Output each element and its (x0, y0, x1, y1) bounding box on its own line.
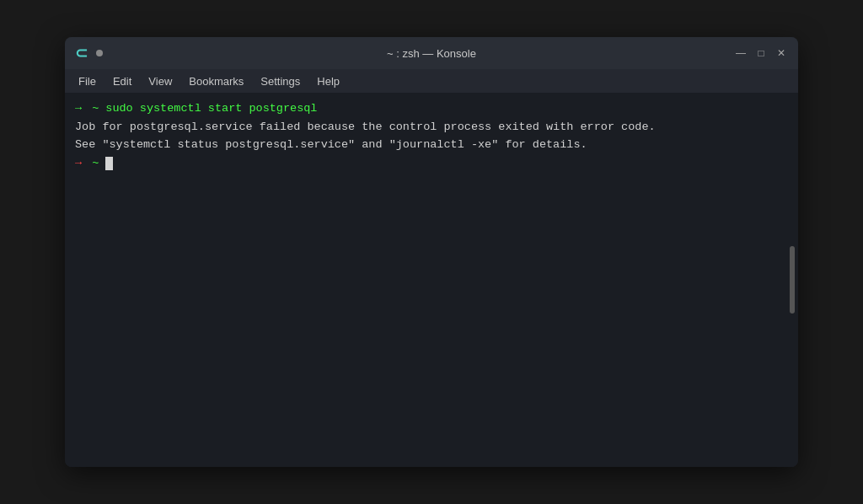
output-line-2: See "systemctl status postgresql.service… (75, 136, 788, 154)
current-prompt-tilde: ~ (85, 154, 99, 173)
konsole-logo-icon: ⊂ (75, 44, 88, 62)
current-prompt-arrow-icon: → (75, 154, 82, 173)
terminal-body[interactable]: → ~ sudo systemctl start postgresql Job … (65, 93, 798, 467)
menu-bar: File Edit View Bookmarks Settings Help (65, 69, 798, 93)
prompt-tilde: ~ (85, 99, 99, 118)
minimize-button[interactable]: — (734, 46, 748, 60)
title-bar: ⊂ ~ : zsh — Konsole — □ ✕ (65, 37, 798, 69)
menu-edit[interactable]: Edit (106, 73, 138, 89)
output-line-1: Job for postgresql.service failed becaus… (75, 118, 788, 137)
maximize-button[interactable]: □ (754, 46, 768, 60)
menu-view[interactable]: View (142, 73, 179, 89)
close-button[interactable]: ✕ (775, 46, 788, 60)
terminal-cursor (105, 157, 113, 170)
output-text-1: Job for postgresql.service failed becaus… (75, 118, 656, 137)
menu-settings[interactable]: Settings (254, 73, 307, 89)
current-prompt-line: → ~ (75, 154, 788, 173)
prompt-arrow-icon: → (75, 99, 82, 118)
tab-indicator (96, 50, 103, 56)
window-title: ~ : zsh — Konsole (387, 47, 476, 60)
window-controls: — □ ✕ (734, 46, 788, 60)
menu-bookmarks[interactable]: Bookmarks (182, 73, 250, 89)
output-text-2: See "systemctl status postgresql.service… (75, 136, 587, 154)
scrollbar[interactable] (790, 246, 795, 314)
menu-help[interactable]: Help (310, 73, 346, 89)
command-line: → ~ sudo systemctl start postgresql (75, 99, 788, 118)
konsole-window: ⊂ ~ : zsh — Konsole — □ ✕ File Edit View… (65, 37, 798, 467)
command-text: sudo systemctl start postgresql (105, 99, 317, 118)
menu-file[interactable]: File (72, 73, 103, 89)
